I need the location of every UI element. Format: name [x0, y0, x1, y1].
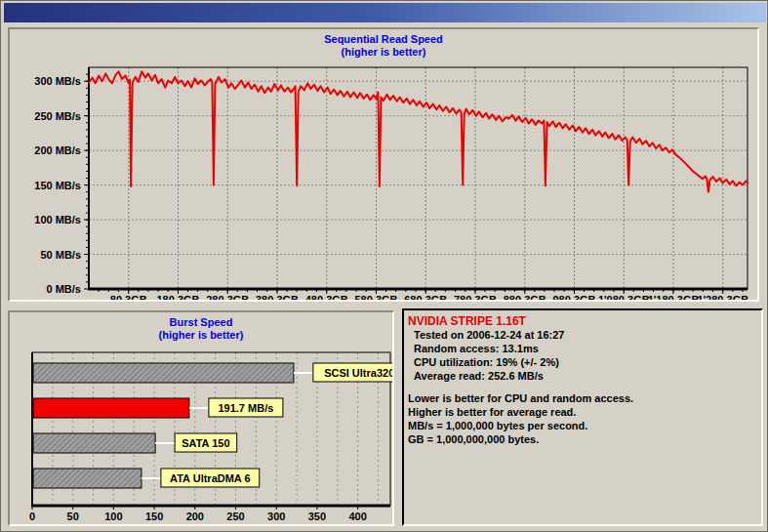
x-tick-label: 150	[145, 511, 163, 522]
bar-label: 191.7 MB/s	[218, 402, 273, 414]
detail-line-tested: Tested on 2006-12-24 at 16:27	[414, 329, 755, 341]
bar-label: ATA UltraDMA 6	[170, 472, 251, 484]
x-tick-label: 480.3GB	[305, 294, 348, 300]
hdtach-window: HD Tach version 3.0.1.0 - For non-commer…	[0, 0, 768, 532]
bar-label: SATA 150	[182, 437, 229, 449]
read-speed-line	[89, 71, 748, 191]
x-tick-label: 400	[348, 511, 366, 522]
x-tick-label: 0	[29, 511, 35, 522]
note-line-mbs: MB/s = 1,000,000 bytes per second.	[408, 420, 759, 431]
x-tick-label: 50	[67, 511, 79, 522]
y-tick-label: 150 MB/s	[34, 180, 81, 191]
result-bar	[33, 398, 189, 418]
x-tick-label: 880.3GB	[504, 294, 546, 300]
x-tick-label: 280.3GB	[206, 294, 249, 300]
y-tick-label: 100 MB/s	[34, 214, 81, 225]
info-panel: NVIDIA STRIPE 1.16T Tested on 2006-12-24…	[402, 308, 763, 526]
x-tick-label: 380.3GB	[256, 294, 299, 300]
x-tick-label: 200	[186, 511, 204, 522]
x-tick-label: 350	[308, 511, 326, 522]
burst-speed-chart: 050100150200250300350400SCSI Ultra320191…	[10, 312, 392, 524]
bar-label: SCSI Ultra320	[324, 367, 392, 379]
x-tick-label: 80.3GB	[110, 294, 147, 300]
x-tick-label: 250	[226, 511, 244, 522]
reference-bar	[33, 363, 294, 383]
x-tick-label: 580.3GB	[354, 294, 397, 300]
x-tick-label: 1'080.3GB	[598, 294, 650, 300]
note-line-higher: Higher is better for average read.	[408, 406, 759, 418]
detail-line-cpu: CPU utilization: 19% (+/- 2%)	[414, 356, 755, 368]
detail-line-random: Random access: 13.1ms	[414, 343, 755, 354]
y-tick-label: 250 MB/s	[34, 110, 81, 122]
note-line-lower: Lower is better for CPU and random acces…	[408, 392, 759, 404]
reference-bar	[33, 433, 155, 453]
title-bar[interactable]: HD Tach version 3.0.1.0 - For non-commer…	[4, 3, 766, 22]
x-tick-label: 300	[267, 511, 285, 522]
x-tick-label: 1'280.3GB	[697, 294, 748, 300]
x-tick-label: 180.3GB	[156, 294, 199, 300]
detail-line-avgread: Average read: 252.6 MB/s	[414, 370, 755, 382]
y-tick-label: 300 MB/s	[34, 75, 81, 87]
x-tick-label: 780.3GB	[454, 294, 497, 300]
x-tick-label: 1'180.3GB	[648, 294, 700, 300]
y-tick-label: 50 MB/s	[40, 249, 81, 261]
sequential-read-panel: Sequential Read Speed (higher is better)…	[8, 27, 759, 302]
reference-bar	[33, 469, 141, 488]
y-tick-label: 200 MB/s	[34, 144, 81, 156]
plot-frame	[89, 67, 748, 289]
x-tick-label: 980.3GB	[553, 294, 596, 300]
y-tick-label: 0 MB/s	[47, 283, 81, 295]
x-tick-label: 680.3GB	[404, 294, 447, 300]
x-tick-label: 100	[104, 511, 122, 522]
note-line-gb: GB = 1,000,000,000 bytes.	[408, 433, 759, 445]
sequential-read-chart: 80.3GB180.3GB280.3GB380.3GB480.3GB580.3G…	[10, 29, 757, 300]
burst-speed-panel: Burst Speed (higher is better) 050100150…	[8, 310, 394, 526]
drive-name: NVIDIA STRIPE 1.16T	[408, 314, 526, 328]
